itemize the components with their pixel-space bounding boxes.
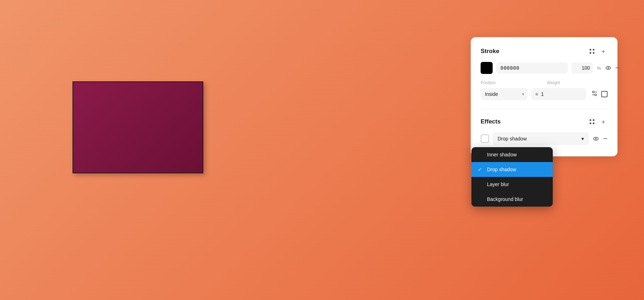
border-style-icon[interactable] — [601, 91, 608, 97]
stroke-section-header: Stroke ＋ — [481, 47, 608, 56]
dropdown-item-drop-shadow[interactable]: ✓ Drop shadow — [471, 162, 553, 177]
effects-grid-icon[interactable] — [590, 119, 595, 125]
canvas-shape[interactable] — [72, 81, 203, 173]
effects-section-header: Effects ＋ — [481, 117, 608, 126]
effect-dropdown-chevron-icon: ▾ — [581, 136, 584, 142]
background-blur-label: Background blur — [487, 196, 523, 202]
opacity-percent-label: % — [597, 65, 601, 71]
stroke-header-icons: ＋ — [590, 47, 608, 56]
svg-point-7 — [595, 138, 597, 139]
canvas-area: Stroke ＋ % − Position — [0, 0, 644, 300]
stroke-extra-icons — [591, 90, 608, 98]
svg-point-5 — [595, 94, 597, 96]
effect-dropdown-menu: Inner shadow ✓ Drop shadow Layer blur Ba… — [471, 147, 553, 207]
weight-input-wrapper: ≡ 1 — [531, 88, 587, 100]
add-stroke-button[interactable]: ＋ — [599, 47, 608, 56]
effect-checkbox[interactable] — [481, 134, 489, 143]
layer-blur-label: Layer blur — [487, 181, 509, 187]
effect-dropdown-wrapper: Drop shadow ▾ Inner shadow ✓ Drop shadow — [493, 132, 589, 145]
svg-point-1 — [607, 67, 609, 69]
pos-weight-row: Center Inside Outside ▾ ≡ 1 — [481, 88, 608, 100]
grid-icon[interactable] — [590, 49, 595, 54]
divider — [481, 109, 608, 109]
drop-shadow-label: Drop shadow — [487, 167, 516, 172]
effects-header-icons: ＋ — [590, 117, 608, 126]
effects-title: Effects — [481, 118, 501, 125]
remove-stroke-button[interactable]: − — [615, 64, 620, 72]
stroke-color-row: % − — [481, 62, 608, 74]
right-panel: Stroke ＋ % − Position — [471, 37, 617, 156]
stroke-visibility-button[interactable] — [605, 64, 612, 71]
effect-visibility-button[interactable] — [592, 135, 599, 142]
stroke-color-input[interactable] — [496, 62, 568, 74]
effects-row: Drop shadow ▾ Inner shadow ✓ Drop shadow — [481, 132, 608, 145]
position-select[interactable]: Center Inside Outside — [481, 88, 528, 100]
stroke-opacity-input[interactable] — [572, 62, 593, 74]
position-label: Position — [481, 80, 541, 85]
inner-shadow-label: Inner shadow — [487, 152, 517, 157]
position-select-wrapper: Center Inside Outside ▾ — [481, 88, 528, 100]
sliders-icon[interactable] — [591, 90, 598, 98]
drop-shadow-check-icon: ✓ — [478, 167, 483, 172]
remove-effect-button[interactable]: − — [603, 135, 608, 143]
add-effect-button[interactable]: ＋ — [599, 117, 608, 126]
svg-point-3 — [593, 91, 594, 93]
dropdown-item-inner-shadow[interactable]: Inner shadow — [471, 147, 553, 162]
dropdown-item-layer-blur[interactable]: Layer blur — [471, 177, 553, 192]
weight-value[interactable]: 1 — [541, 91, 544, 97]
stroke-color-swatch[interactable] — [481, 62, 493, 74]
effect-type-label: Drop shadow — [498, 136, 527, 142]
weight-lines-icon: ≡ — [535, 91, 538, 97]
stroke-title: Stroke — [481, 48, 499, 55]
dropdown-item-background-blur[interactable]: Background blur — [471, 192, 553, 207]
weight-label: Weight — [547, 80, 608, 85]
effect-type-dropdown[interactable]: Drop shadow ▾ — [493, 132, 589, 145]
pos-weight-labels: Position Weight — [481, 80, 608, 85]
